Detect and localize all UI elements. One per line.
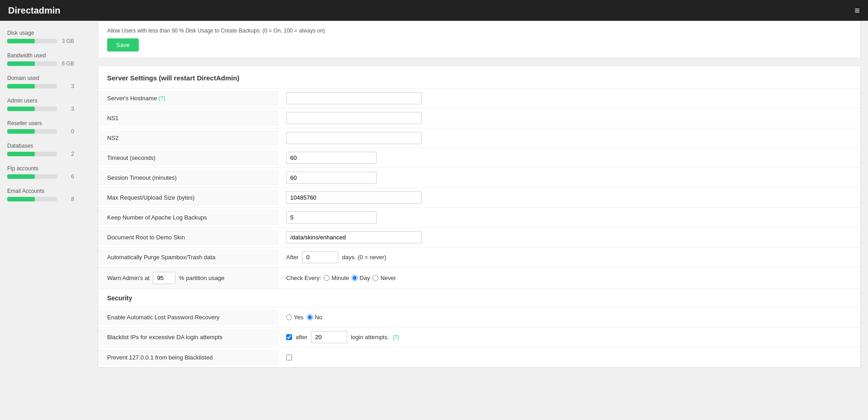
ns1-label: NS1 xyxy=(98,110,279,126)
save-button[interactable]: Save xyxy=(107,38,139,51)
session-timeout-label: Session Timeout (minutes) xyxy=(98,170,279,186)
navbar: Directadmin ≡ xyxy=(0,0,868,21)
settings-title: Server Settings (will restart DirectAdmi… xyxy=(98,66,860,89)
stat-bar-bandwidth-used xyxy=(7,61,35,66)
lost-password-label: Enable Automatic Lost Password Recovery xyxy=(98,309,279,325)
check-minute-label: Minute xyxy=(331,275,349,281)
keep-apache-label: Keep Number of Apache Log Backups xyxy=(98,210,279,225)
stat-bar-reseller-users xyxy=(7,129,35,134)
stat-bar-disk-usage xyxy=(7,39,35,43)
main-content: Allow Users with less than 90 % Disk Usa… xyxy=(90,21,868,420)
purge-label: Automatically Purge Spambox/Trash data xyxy=(98,249,279,265)
document-root-input[interactable] xyxy=(286,231,422,243)
warn-admin-control: Check Every: Minute Day Never xyxy=(279,271,860,285)
stat-label-ftp-accounts: Ftp accounts xyxy=(7,165,83,172)
stat-value-ftp-accounts: 6 xyxy=(61,173,74,180)
check-day-radio[interactable] xyxy=(352,275,358,281)
stat-value-domain-used: 3 xyxy=(61,83,74,89)
max-request-row: Max Request/Upload Size (bytes) xyxy=(98,188,860,208)
server-settings-panel: Server Settings (will restart DirectAdmi… xyxy=(98,65,861,368)
top-section: Allow Users with less than 90 % Disk Usa… xyxy=(98,21,861,58)
check-every-label: Check Every: xyxy=(286,275,321,281)
timeout-row: Timeout (seconds) xyxy=(98,148,860,168)
stat-bar-email-accounts xyxy=(7,197,35,201)
stat-label-domain-used: Domain used xyxy=(7,75,83,81)
max-request-label: Max Request/Upload Size (bytes) xyxy=(98,190,279,205)
stat-item-databases: Databases 2 xyxy=(7,143,83,157)
page-wrapper: Disk usage 3 GB Bandwidth used 6 GB Doma… xyxy=(0,21,868,420)
check-minute-option[interactable]: Minute xyxy=(324,275,349,281)
ns2-input[interactable] xyxy=(286,132,422,144)
warn-admin-input[interactable] xyxy=(153,272,175,284)
timeout-input[interactable] xyxy=(286,152,377,164)
lost-password-yes-option[interactable]: Yes xyxy=(286,314,303,321)
lost-password-no-radio[interactable] xyxy=(307,314,313,320)
hostname-help-link[interactable]: (?) xyxy=(159,95,165,102)
keep-apache-input[interactable] xyxy=(286,211,377,224)
prevent-label: Prevent 127.0.0.1 from being Blacklisted xyxy=(98,350,279,365)
stat-value-reseller-users: 0 xyxy=(61,128,74,135)
lost-password-yes-label: Yes xyxy=(294,314,303,321)
stat-value-databases: 2 xyxy=(61,151,74,157)
lost-password-yes-radio[interactable] xyxy=(286,314,292,320)
purge-row: Automatically Purge Spambox/Trash data A… xyxy=(98,247,860,267)
session-timeout-control xyxy=(279,168,860,187)
stat-label-reseller-users: Reseller users xyxy=(7,120,83,126)
stat-value-admin-users: 3 xyxy=(61,106,74,112)
stat-item-domain-used: Domain used 3 xyxy=(7,75,83,89)
sidebar: Disk usage 3 GB Bandwidth used 6 GB Doma… xyxy=(0,21,90,420)
stat-label-bandwidth-used: Bandwidth used xyxy=(7,52,83,59)
keep-apache-row: Keep Number of Apache Log Backups xyxy=(98,208,860,228)
stat-item-reseller-users: Reseller users 0 xyxy=(7,120,83,135)
stat-label-admin-users: Admin users xyxy=(7,98,83,104)
prevent-row: Prevent 127.0.0.1 from being Blacklisted xyxy=(98,347,860,367)
session-timeout-row: Session Timeout (minutes) xyxy=(98,168,860,188)
lost-password-control: Yes No xyxy=(279,310,860,324)
ns2-label: NS2 xyxy=(98,130,279,146)
stat-label-email-accounts: Email Accounts xyxy=(7,188,83,194)
check-day-option[interactable]: Day xyxy=(352,275,370,281)
stat-value-disk-usage: 3 GB xyxy=(61,38,74,44)
security-header: Security xyxy=(98,289,860,308)
blacklist-control: after login attempts. (?) xyxy=(279,327,860,347)
ns1-control xyxy=(279,108,860,128)
lost-password-no-option[interactable]: No xyxy=(307,314,322,321)
document-root-control xyxy=(279,228,860,247)
hostname-row: Server's Hostname (?) xyxy=(98,89,860,108)
prevent-control xyxy=(279,351,860,364)
session-timeout-input[interactable] xyxy=(286,172,377,184)
prevent-checkbox[interactable] xyxy=(286,355,292,360)
check-never-radio[interactable] xyxy=(373,275,378,281)
blacklist-after-text: after xyxy=(296,334,307,341)
blacklist-attempts-input[interactable] xyxy=(311,331,347,343)
blacklist-help-link[interactable]: (?) xyxy=(393,334,400,341)
blacklist-row: Blacklist IPs for excessive DA login att… xyxy=(98,327,860,347)
timeout-control xyxy=(279,148,860,168)
purge-after-text: After xyxy=(286,254,298,261)
stat-bar-ftp-accounts xyxy=(7,174,35,179)
purge-days-suffix: days. (0 = never) xyxy=(342,254,386,261)
hostname-control xyxy=(279,89,860,108)
check-minute-radio[interactable] xyxy=(324,275,330,281)
stat-bar-databases xyxy=(7,152,35,156)
menu-icon[interactable]: ≡ xyxy=(854,5,860,16)
timeout-label: Timeout (seconds) xyxy=(98,150,279,166)
check-day-label: Day xyxy=(359,275,370,281)
document-root-label: Document Root to Demo Skin xyxy=(98,229,279,245)
max-request-input[interactable] xyxy=(286,191,422,204)
lost-password-row: Enable Automatic Lost Password Recovery … xyxy=(98,308,860,327)
purge-days-input[interactable] xyxy=(302,251,338,263)
ns1-input[interactable] xyxy=(286,112,422,124)
blacklist-label: Blacklist IPs for excessive DA login att… xyxy=(98,329,279,345)
check-never-option[interactable]: Never xyxy=(373,275,396,281)
backup-text: Allow Users with less than 90 % Disk Usa… xyxy=(107,28,851,34)
stat-value-bandwidth-used: 6 GB xyxy=(61,61,74,67)
blacklist-checkbox[interactable] xyxy=(286,334,292,340)
stat-item-admin-users: Admin users 3 xyxy=(7,98,83,112)
ns2-row: NS2 xyxy=(98,128,860,148)
stat-bar-domain-used xyxy=(7,84,35,89)
stat-label-databases: Databases xyxy=(7,143,83,149)
check-never-label: Never xyxy=(380,275,396,281)
warn-admin-row: Warn Admin's at % partition usage Check … xyxy=(98,267,860,289)
hostname-input[interactable] xyxy=(286,92,422,104)
